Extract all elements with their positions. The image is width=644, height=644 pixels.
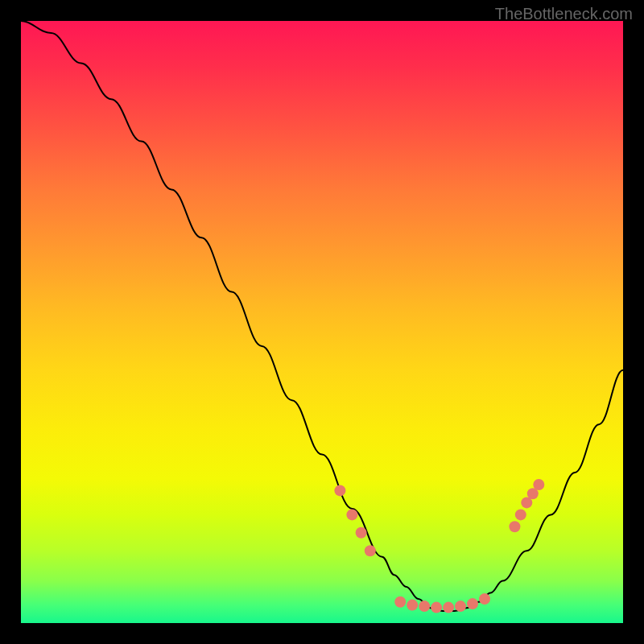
curve-marker [394, 597, 406, 608]
curve-marker [346, 509, 357, 520]
bottleneck-curve [21, 21, 623, 611]
curve-marker [467, 598, 478, 609]
curve-marker [509, 521, 520, 532]
curve-marker [419, 601, 430, 612]
curve-marker [479, 593, 490, 605]
curve-marker [515, 509, 526, 520]
curve-marker [407, 600, 418, 611]
curve-marker [356, 527, 367, 539]
curve-marker [533, 479, 544, 490]
watermark-text: TheBottleneck.com [495, 5, 633, 23]
chart-svg [21, 21, 623, 623]
curve-marker [455, 601, 466, 612]
plot-area [21, 21, 623, 623]
curve-markers [334, 479, 544, 613]
curve-marker [443, 602, 454, 613]
curve-marker [334, 485, 345, 496]
curve-marker [431, 602, 442, 613]
curve-marker [365, 545, 376, 556]
